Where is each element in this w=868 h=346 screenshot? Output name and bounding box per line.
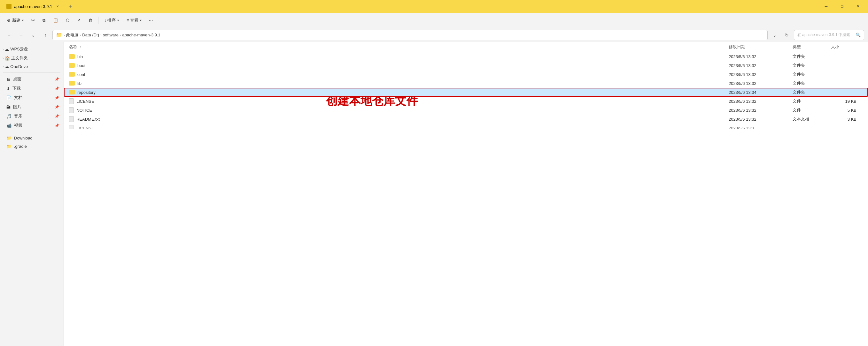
- up-button[interactable]: ↑: [40, 30, 51, 40]
- more-button[interactable]: ···: [146, 15, 155, 25]
- file-row-repository[interactable]: repository 2023/5/6 13:34 文件夹: [64, 88, 868, 97]
- file-name-license: LICENSE: [69, 98, 728, 104]
- file-row-conf[interactable]: conf 2023/5/6 13:32 文件夹: [64, 70, 868, 79]
- sidebar-item-downloads[interactable]: ⬇ 下载 📌: [2, 84, 62, 93]
- new-label: 新建: [12, 18, 21, 23]
- rename-button[interactable]: ⬡: [63, 16, 72, 25]
- sidebar-item-onedrive[interactable]: › ☁ OneDrive: [0, 63, 64, 71]
- refresh-button[interactable]: ↻: [782, 30, 792, 40]
- sidebar-item-gradle-folder[interactable]: 📁 .gradle: [2, 142, 62, 150]
- window-controls: ─ □ ✕: [819, 1, 865, 11]
- sidebar-item-wps[interactable]: › ☁ WPS云盘: [0, 45, 64, 54]
- file-kind-bin: 文件夹: [793, 54, 831, 59]
- folder-icon: [69, 72, 75, 77]
- tab-close-button[interactable]: ×: [55, 3, 60, 9]
- sidebar-label-onedrive: OneDrive: [10, 64, 28, 69]
- sort-label: ↕ 排序: [104, 18, 116, 23]
- sidebar-item-home[interactable]: › 🏠 主文件夹: [0, 54, 64, 63]
- file-label-conf: conf: [78, 72, 85, 77]
- breadcrumb-bar[interactable]: 📁 › 此电脑 › Data (D:) › software › apache-…: [53, 30, 768, 40]
- partial-modified: 2023/5/6 13:3...: [728, 126, 793, 130]
- file-name-conf: conf: [69, 72, 728, 77]
- file-kind-readme: 文本文档: [793, 116, 831, 122]
- breadcrumb-thispc[interactable]: 此电脑: [66, 32, 79, 38]
- breadcrumb-sep-3: ›: [100, 33, 102, 37]
- file-kind-repository: 文件夹: [793, 90, 831, 95]
- delete-button[interactable]: 🗑: [85, 16, 96, 25]
- new-button[interactable]: ⊕ 新建 ▾: [4, 15, 27, 25]
- sidebar-item-pictures[interactable]: 🏔 图片 📌: [2, 102, 62, 111]
- file-size-license: 19 KB: [831, 99, 863, 104]
- col-modified[interactable]: 修改日期: [728, 44, 793, 50]
- sidebar-item-videos[interactable]: 📹 视频 📌: [2, 121, 62, 130]
- file-row-readme[interactable]: README.txt 2023/5/6 13:32 文本文档 3 KB: [64, 114, 868, 124]
- pin-icon-pictures: 📌: [55, 105, 59, 109]
- sidebar-expand-icon-onedrive: ›: [3, 65, 3, 68]
- breadcrumb-maven[interactable]: apache-maven-3.9.1: [122, 33, 160, 37]
- sort-arrow-icon: ↑: [80, 45, 82, 49]
- file-kind-lib: 文件夹: [793, 80, 831, 86]
- copy-icon: ⧉: [42, 18, 45, 23]
- back-button[interactable]: ←: [4, 30, 14, 40]
- dropdown-button[interactable]: ⌄: [28, 30, 38, 40]
- file-modified-boot: 2023/5/6 13:32: [728, 63, 793, 68]
- sidebar-label-home: 主文件夹: [11, 55, 28, 61]
- file-row-lib[interactable]: lib 2023/5/6 13:32 文件夹: [64, 79, 868, 88]
- sidebar-item-documents[interactable]: 📄 文档 📌: [2, 93, 62, 102]
- close-button[interactable]: ✕: [851, 1, 865, 11]
- sidebar-label-desktop: 桌面: [13, 76, 22, 82]
- col-size[interactable]: 大小: [831, 44, 863, 50]
- minimize-button[interactable]: ─: [819, 1, 834, 11]
- maximize-button[interactable]: □: [835, 1, 849, 11]
- file-row-partial[interactable]: LICENSE 2023/5/6 13:3...: [64, 124, 868, 129]
- breadcrumb-software[interactable]: software: [103, 33, 119, 37]
- sidebar-divider-2: [3, 132, 60, 132]
- content-pane: 名称 ↑ 修改日期 类型 大小 bin: [64, 42, 868, 346]
- file-modified-bin: 2023/5/6 13:32: [728, 54, 793, 59]
- content-wrapper: 名称 ↑ 修改日期 类型 大小 bin: [64, 42, 868, 129]
- sidebar-item-music[interactable]: 🎵 音乐 📌: [2, 112, 62, 120]
- copy-button[interactable]: ⧉: [39, 16, 49, 25]
- col-type[interactable]: 类型: [793, 44, 831, 50]
- folder-icon: [69, 90, 75, 95]
- sort-chevron-icon: ▾: [117, 19, 119, 22]
- videos-icon: 📹: [6, 123, 11, 128]
- file-row-boot[interactable]: boot 2023/5/6 13:32 文件夹: [64, 61, 868, 70]
- view-button[interactable]: ≡ 查看 ▾: [123, 15, 145, 25]
- address-dropdown-button[interactable]: ⌄: [770, 30, 780, 40]
- file-list-header: 名称 ↑ 修改日期 类型 大小: [64, 42, 868, 52]
- breadcrumb-datad[interactable]: Data (D:): [82, 33, 99, 37]
- forward-button[interactable]: →: [16, 30, 26, 40]
- sidebar-label-documents: 文档: [14, 95, 22, 101]
- search-box[interactable]: 在 apache-maven-3.9.1 中搜索 🔍: [794, 30, 864, 40]
- file-icon: [69, 98, 74, 104]
- file-name-repository: repository: [69, 90, 728, 95]
- sort-button[interactable]: ↕ 排序 ▾: [101, 15, 122, 25]
- tab-folder-icon: [6, 4, 11, 9]
- app-window: apache-maven-3.9.1 × + ─ □ ✕ ⊕ 新建 ▾ ✂ ⧉ …: [0, 0, 868, 346]
- file-label-boot: boot: [78, 63, 85, 68]
- cut-button[interactable]: ✂: [28, 16, 38, 25]
- file-row-license[interactable]: LICENSE 2023/5/6 13:32 文件 19 KB: [64, 97, 868, 106]
- new-tab-button[interactable]: +: [65, 1, 76, 11]
- address-bar: ← → ⌄ ↑ 📁 › 此电脑 › Data (D:) › software ›…: [0, 28, 868, 42]
- file-row-bin[interactable]: bin 2023/5/6 13:32 文件夹: [64, 52, 868, 61]
- col-name[interactable]: 名称 ↑: [69, 44, 728, 50]
- paste-button[interactable]: 📋: [50, 16, 61, 25]
- file-icon: [69, 116, 74, 122]
- sidebar-item-desktop[interactable]: 🖥 桌面 📌: [2, 75, 62, 83]
- onedrive-icon: ☁: [5, 64, 9, 69]
- file-modified-license: 2023/5/6 13:32: [728, 99, 793, 104]
- sidebar-item-download-folder[interactable]: 📁 Download: [2, 134, 62, 142]
- col-modified-label: 修改日期: [728, 44, 745, 49]
- file-row-notice[interactable]: NOTICE 2023/5/6 13:32 文件 5 KB: [64, 106, 868, 114]
- tab-apache-maven[interactable]: apache-maven-3.9.1 ×: [3, 1, 64, 11]
- pin-icon-desktop: 📌: [55, 77, 59, 81]
- share-button[interactable]: ↗: [74, 16, 84, 25]
- sidebar-label-gradle-folder: .gradle: [14, 144, 27, 149]
- download-icon: ⬇: [6, 86, 10, 91]
- pin-icon-downloads: 📌: [55, 86, 59, 91]
- view-label: ≡ 查看: [127, 18, 138, 23]
- col-size-label: 大小: [831, 44, 839, 49]
- pictures-icon: 🏔: [6, 105, 10, 109]
